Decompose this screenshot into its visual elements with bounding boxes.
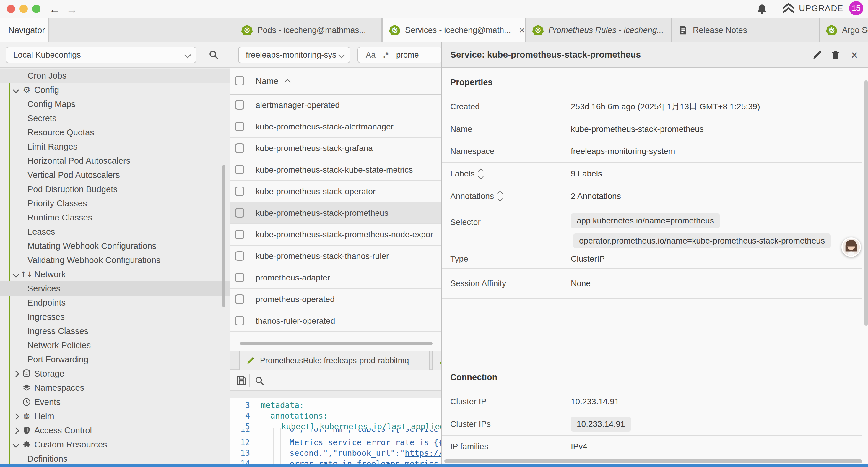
- editor-tab-next[interactable]: [432, 351, 441, 370]
- sidebar-item-mutating-webhook-configurations[interactable]: Mutating Webhook Configurations: [0, 239, 230, 253]
- row-checkbox[interactable]: [235, 143, 244, 153]
- sidebar-item-storage[interactable]: Storage: [0, 367, 230, 381]
- list-search-input[interactable]: Aa .* prome: [358, 47, 441, 63]
- notification-count-badge[interactable]: 15: [849, 1, 863, 16]
- table-row[interactable]: kube-prometheus-stack-alertmanager: [230, 116, 441, 138]
- avatar[interactable]: [841, 237, 861, 257]
- sidebar-item-endpoints[interactable]: Endpoints: [0, 296, 230, 310]
- runbook-url-link[interactable]: https://net: [405, 448, 441, 458]
- sidebar-item-definitions[interactable]: Definitions: [0, 451, 230, 464]
- namespace-link[interactable]: freeleaps-monitoring-system: [571, 147, 675, 156]
- tab-prometheus-rules[interactable]: ☸ Prometheus Rules - icecheng...: [526, 18, 672, 42]
- row-checkbox[interactable]: [235, 122, 244, 131]
- sidebar-item-secrets[interactable]: Secrets: [0, 111, 230, 125]
- editor-search-icon[interactable]: [254, 375, 265, 387]
- sidebar-item-config[interactable]: ⚙ Config: [0, 83, 230, 97]
- sidebar-item-validating-webhook-configurations[interactable]: Validating Webhook Configurations: [0, 253, 230, 267]
- puzzle-icon: [22, 440, 31, 449]
- table-row[interactable]: kube-prometheus-stack-thanos-ruler: [230, 245, 441, 267]
- regex-toggle[interactable]: .*: [383, 51, 389, 60]
- row-checkbox[interactable]: [235, 273, 244, 282]
- table-row[interactable]: alertmanager-operated: [230, 95, 441, 116]
- kubeconfig-selector[interactable]: Local Kubeconfigs: [6, 47, 196, 63]
- row-checkbox[interactable]: [235, 186, 244, 196]
- sidebar-item-ingresses[interactable]: Ingresses: [0, 310, 230, 324]
- sidebar-item-cron-jobs[interactable]: Cron Jobs: [0, 68, 230, 83]
- tab-argo[interactable]: ☸ Argo Se: [819, 18, 868, 42]
- namespace-filter-dropdown[interactable]: freeleaps-monitoring-system: [238, 47, 350, 63]
- match-case-toggle[interactable]: Aa: [366, 51, 375, 60]
- document-icon: [678, 25, 688, 35]
- up-down-arrows-icon: ↑↓: [22, 269, 31, 279]
- table-row[interactable]: kube-prometheus-stack-prometheus-node-ex…: [230, 224, 441, 245]
- close-panel-icon[interactable]: ×: [848, 49, 860, 61]
- yaml-editor[interactable]: 3metadata: 4annotations: 5kubectl.kubern…: [230, 391, 441, 464]
- save-icon[interactable]: [236, 375, 247, 387]
- sidebar-item-resource-quotas[interactable]: Resource Quotas: [0, 125, 230, 140]
- tab-release-notes[interactable]: Release Notes: [672, 18, 819, 42]
- cluster-ip-badge: 10.233.14.91: [571, 417, 631, 432]
- expand-collapse-icon[interactable]: [479, 169, 483, 178]
- sidebar-search-icon[interactable]: [208, 49, 219, 61]
- table-row[interactable]: prometheus-adapter: [230, 267, 441, 289]
- sidebar-item-events[interactable]: Events: [0, 395, 230, 409]
- forward-arrow-icon[interactable]: →: [66, 2, 78, 16]
- row-checkbox[interactable]: [235, 294, 244, 304]
- row-checkbox[interactable]: [235, 316, 244, 325]
- sidebar-item-network-policies[interactable]: Network Policies: [0, 338, 230, 352]
- sidebar-item-pod-disruption-budgets[interactable]: Pod Disruption Budgets: [0, 182, 230, 196]
- sidebar-item-access-control[interactable]: Access Control: [0, 423, 230, 437]
- tab-services[interactable]: ☸ Services - icecheng@math... ×: [382, 18, 526, 42]
- column-header-name[interactable]: Name: [255, 76, 278, 86]
- tab-pods[interactable]: ☸ Pods - icecheng@mathmas...: [235, 18, 382, 42]
- select-all-checkbox[interactable]: [235, 76, 244, 85]
- section-heading-properties: Properties: [450, 78, 493, 87]
- upgrade-button[interactable]: UPGRADE: [782, 3, 843, 13]
- kubernetes-icon: ☸: [532, 25, 544, 35]
- table-row[interactable]: thanos-ruler-operated: [230, 310, 441, 332]
- table-row[interactable]: prometheus-operated: [230, 289, 441, 310]
- sidebar-item-limit-ranges[interactable]: Limit Ranges: [0, 140, 230, 154]
- traffic-light-minimize[interactable]: [20, 5, 28, 13]
- sidebar-item-network[interactable]: ↑↓ Network: [0, 267, 230, 282]
- sidebar-item-vertical-pod-autoscalers[interactable]: Vertical Pod Autoscalers: [0, 168, 230, 182]
- sidebar-item-config-maps[interactable]: Config Maps: [0, 97, 230, 111]
- sidebar-item-port-forwarding[interactable]: Port Forwarding: [0, 352, 230, 367]
- shield-icon: [22, 426, 31, 435]
- edit-pencil-icon[interactable]: [811, 49, 823, 61]
- row-checkbox[interactable]: [235, 208, 244, 217]
- row-checkbox[interactable]: [235, 251, 244, 261]
- traffic-light-zoom[interactable]: [32, 5, 40, 13]
- table-row[interactable]: kube-prometheus-stack-kube-state-metrics: [230, 159, 441, 181]
- sidebar-item-custom-resources[interactable]: Custom Resources: [0, 437, 230, 451]
- table-row[interactable]: kube-prometheus-stack-operator: [230, 181, 441, 202]
- sidebar-item-helm[interactable]: ☸ Helm: [0, 409, 230, 423]
- double-chevron-up-icon: [782, 3, 795, 13]
- table-row-selected[interactable]: kube-prometheus-stack-prometheus: [230, 202, 441, 224]
- row-checkbox[interactable]: [235, 100, 244, 110]
- delete-trash-icon[interactable]: [830, 49, 841, 61]
- sidebar-item-namespaces[interactable]: Namespaces: [0, 381, 230, 395]
- sidebar-item-horizontal-pod-autoscalers[interactable]: Horizontal Pod Autoscalers: [0, 154, 230, 168]
- notifications-bell-icon[interactable]: [756, 4, 768, 16]
- sidebar-item-runtime-classes[interactable]: Runtime Classes: [0, 210, 230, 225]
- chevron-down-icon: [13, 441, 20, 448]
- table-row[interactable]: kube-prometheus-stack-grafana: [230, 138, 441, 159]
- back-arrow-icon[interactable]: ←: [49, 2, 60, 16]
- detail-row-labels: Labels 9 Labels: [442, 163, 862, 185]
- details-scrollbar-thumb[interactable]: [864, 80, 868, 326]
- row-checkbox[interactable]: [235, 165, 244, 174]
- sidebar-item-ingress-classes[interactable]: Ingress Classes: [0, 324, 230, 338]
- close-tab-icon[interactable]: ×: [519, 25, 525, 36]
- editor-tab-prometheusrule[interactable]: PrometheusRule: freeleaps-prod-rabbitmq: [239, 351, 430, 370]
- horizontal-scrollbar-thumb[interactable]: [240, 342, 433, 345]
- expand-collapse-icon[interactable]: [498, 192, 502, 201]
- sidebar-scrollbar-thumb[interactable]: [222, 165, 225, 308]
- details-horizontal-scrollbar-thumb[interactable]: [444, 459, 862, 463]
- navigator-panel-tab[interactable]: Navigator: [0, 18, 49, 42]
- sidebar-item-priority-classes[interactable]: Priority Classes: [0, 196, 230, 210]
- row-checkbox[interactable]: [235, 230, 244, 239]
- sidebar-item-leases[interactable]: Leases: [0, 225, 230, 239]
- traffic-light-close[interactable]: [7, 5, 15, 13]
- sidebar-item-services[interactable]: Services: [0, 282, 230, 296]
